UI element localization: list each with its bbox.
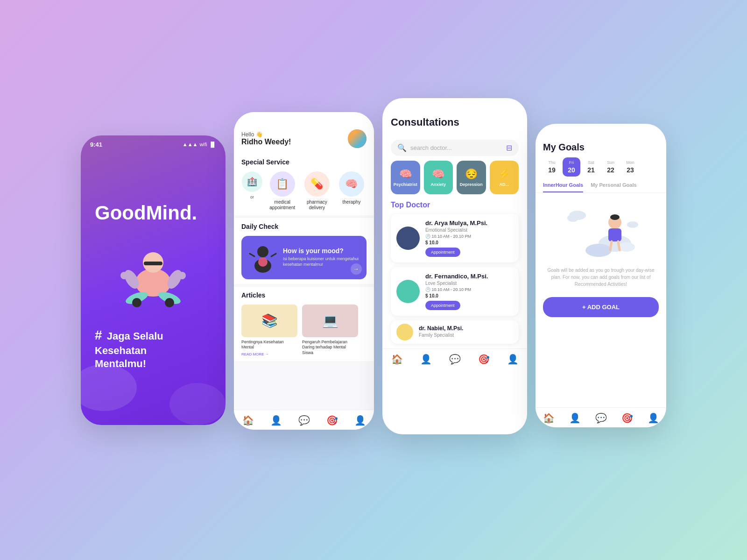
cat-psychiatrist[interactable]: 🧠 Psychiatrist <box>391 161 420 194</box>
nav-home-4[interactable]: 🏠 <box>543 412 555 424</box>
pharmacy-icon: 💊 <box>304 171 330 197</box>
nav-chat[interactable]: 💬 <box>298 415 310 426</box>
cal-thu-name: Thu <box>548 160 556 165</box>
cal-day-sun[interactable]: Sun 22 <box>602 157 620 177</box>
top-doctor-label: Top Doctor <box>382 201 527 214</box>
status-bar-4: 9:41 ▲▲▲ ▾ ▐▌ <box>536 124 666 139</box>
doctor-card-3-partial: dr. Nabiel, M.Psi. Family Specialist <box>391 320 519 344</box>
svg-point-13 <box>258 257 268 267</box>
bottom-nav-2: 🏠 👤 💬 🎯 👤 <box>234 410 374 430</box>
screen-home: 9:41 ▲▲▲ ▾ ▐▌ Hello 👋 Ridho Weedy! Speci… <box>234 112 374 430</box>
status-icons-2: ▲▲▲ ▾ ▐▌ <box>338 117 366 123</box>
nav-home-3[interactable]: 🏠 <box>391 354 403 365</box>
category-row: 🧠 Psychiatrist 🧠 Anxiety 😔 Depression ⚡ … <box>382 161 527 194</box>
doctor-2-price: $ 10.0 <box>425 293 513 298</box>
cat-psychiatrist-label: Psychiatrist <box>394 182 417 187</box>
wifi-icon-3: ▾ <box>507 104 509 110</box>
signal-icon: ▲▲▲ <box>183 142 198 147</box>
cal-day-fri[interactable]: Fri 20 <box>563 157 580 177</box>
wifi-icon-2: ▾ <box>354 117 357 123</box>
svg-point-25 <box>567 214 578 222</box>
service-partial-left: 🏥 or <box>241 171 263 211</box>
daily-check-card[interactable]: How is your mood? Isi beberapa kuisioner… <box>241 236 366 279</box>
nav-account-4[interactable]: 👤 <box>648 412 659 424</box>
doctor-2-time: 🕐 10.10 AM - 20.10 PM <box>425 287 513 292</box>
filter-icon[interactable]: ⊟ <box>506 143 512 152</box>
doctor-card-1[interactable]: dr. Arya Mulya, M.Psi. Emotional Special… <box>391 214 519 262</box>
consult-header: Consultations <box>382 113 527 135</box>
nav-profile-4[interactable]: 👤 <box>569 412 581 424</box>
doctor-2-info: dr. Fernandico, M.Psi. Love Specialist 🕐… <box>425 273 513 310</box>
nav-goals[interactable]: 🎯 <box>326 415 338 426</box>
nav-profile-3[interactable]: 👤 <box>420 354 432 365</box>
service-therapy[interactable]: 🧠 theraphy <box>337 171 366 211</box>
articles-row: 📚 Pentingnya Kesehatan Mental READ MORE … <box>241 305 366 356</box>
search-bar[interactable]: 🔍 search doctor... ⊟ <box>391 140 519 156</box>
article-1[interactable]: 📚 Pentingnya Kesehatan Mental READ MORE … <box>241 305 297 356</box>
mood-arrow-btn[interactable]: → <box>351 263 362 275</box>
cal-day-mon[interactable]: Mon 23 <box>621 157 639 177</box>
appointment-btn-1[interactable]: Appointment <box>425 248 460 257</box>
screen-consultations: 9:41 ▲▲▲ ▾ ▐▌ Consultations 🔍 search doc… <box>382 98 527 434</box>
cal-mon-name: Mon <box>626 160 634 165</box>
screen-splash: 9:41 ▲▲▲ wifi ▐▌ GoodMind. <box>81 135 226 425</box>
cat-depression[interactable]: 😔 Depression <box>457 161 486 194</box>
calendar-row: Thu 19 Fri 20 Sat 21 Sun 22 Mon 23 <box>536 157 666 177</box>
svg-line-14 <box>250 254 254 256</box>
status-bar-2: 9:41 ▲▲▲ ▾ ▐▌ <box>234 112 374 127</box>
goals-tabs: InnerHour Goals My Personal Goals <box>536 182 666 193</box>
goals-title: My Goals <box>543 142 659 153</box>
articles-title: Articles <box>241 291 366 299</box>
nav-goals-4[interactable]: 🎯 <box>621 412 633 424</box>
cal-thu-num: 19 <box>548 166 556 174</box>
depression-icon: 😔 <box>465 168 478 180</box>
home-header: Hello 👋 Ridho Weedy! <box>234 127 374 154</box>
add-goal-button[interactable]: + ADD GOAL <box>543 297 659 317</box>
signal-icon-3: ▲▲▲ <box>490 104 505 110</box>
cal-day-thu[interactable]: Thu 19 <box>543 157 561 177</box>
nav-account-3[interactable]: 👤 <box>507 354 519 365</box>
doctor-1-time: 🕐 10.10 AM - 20.10 PM <box>425 234 513 239</box>
nav-goals-3[interactable]: 🎯 <box>478 354 490 365</box>
tab-innerhour[interactable]: InnerHour Goals <box>543 182 583 192</box>
avatar[interactable] <box>348 129 366 148</box>
articles-section: Articles 📚 Pentingnya Kesehatan Mental R… <box>234 287 374 361</box>
svg-point-7 <box>120 272 128 279</box>
cal-sat-num: 21 <box>587 166 595 174</box>
appointment-btn-2[interactable]: Appointment <box>425 301 460 310</box>
nav-home[interactable]: 🏠 <box>242 415 254 426</box>
nav-profile[interactable]: 👤 <box>270 415 282 426</box>
service-pharmacy[interactable]: 💊 pharmacydelivery <box>302 171 332 211</box>
status-icons-4: ▲▲▲ ▾ ▐▌ <box>630 130 659 136</box>
doctor-3-avatar <box>396 324 413 340</box>
svg-point-8 <box>178 272 186 279</box>
doctor-1-info: dr. Arya Mulya, M.Psi. Emotional Special… <box>425 220 513 257</box>
svg-rect-2 <box>144 262 162 265</box>
article-2-thumb: 💻 <box>302 305 358 337</box>
service-icon-partial: 🏥 <box>242 171 262 192</box>
signal-icon-4: ▲▲▲ <box>630 130 645 135</box>
meditation-illustration <box>111 238 195 313</box>
app-title: GoodMind. <box>95 202 197 224</box>
nav-account[interactable]: 👤 <box>354 415 366 426</box>
doctor-card-2[interactable]: dr. Fernandico, M.Psi. Love Specialist 🕐… <box>391 267 519 316</box>
service-medical[interactable]: 📋 medicalappointment <box>268 171 297 211</box>
psychiatrist-icon: 🧠 <box>399 168 412 180</box>
article-2[interactable]: 💻 Pengaruh Pembelajaran Daring terhadap … <box>302 305 358 356</box>
cal-day-sat[interactable]: Sat 21 <box>582 157 600 177</box>
cal-fri-num: 20 <box>568 166 575 174</box>
search-input[interactable]: search doctor... <box>410 144 502 151</box>
doctor-3-spec: Family Specialist <box>419 333 463 338</box>
svg-line-15 <box>271 254 276 256</box>
cat-anxiety[interactable]: 🧠 Anxiety <box>424 161 453 194</box>
nav-chat-3[interactable]: 💬 <box>449 354 461 365</box>
nav-chat-4[interactable]: 💬 <box>595 412 607 424</box>
doctor-2-spec: Love Specialist <box>425 281 513 286</box>
tab-personal[interactable]: My Personal Goals <box>591 182 636 192</box>
time-4: 9:41 <box>543 129 555 136</box>
cat-adhd[interactable]: ⚡ AD... <box>490 161 519 194</box>
avatar-image <box>348 129 366 148</box>
battery-icon-4: ▐▌ <box>651 130 659 135</box>
read-more-1[interactable]: READ MORE → <box>241 352 297 356</box>
time-2: 9:41 <box>241 117 254 124</box>
